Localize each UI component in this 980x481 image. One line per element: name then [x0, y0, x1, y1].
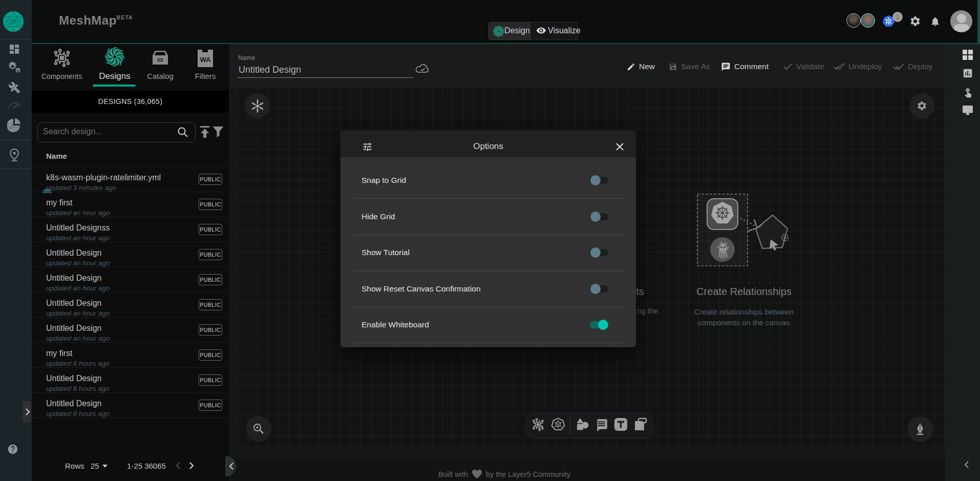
svg-text:WA: WA: [200, 56, 211, 64]
